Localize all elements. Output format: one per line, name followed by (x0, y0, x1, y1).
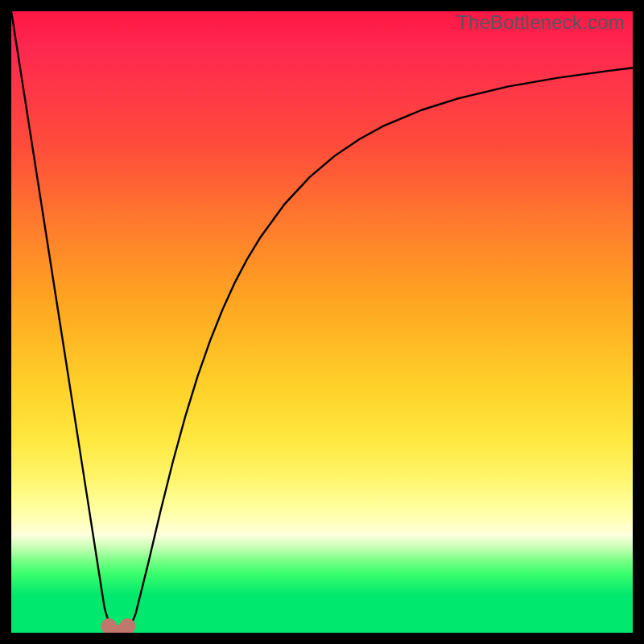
plot-area (11, 11, 633, 633)
valley-left-marker (101, 618, 117, 633)
valley-markers (101, 618, 135, 633)
chart-frame: TheBottleneck.com (11, 11, 633, 633)
bottleneck-curve (11, 11, 633, 633)
chart-svg (11, 11, 633, 633)
watermark-text: TheBottleneck.com (456, 11, 625, 34)
